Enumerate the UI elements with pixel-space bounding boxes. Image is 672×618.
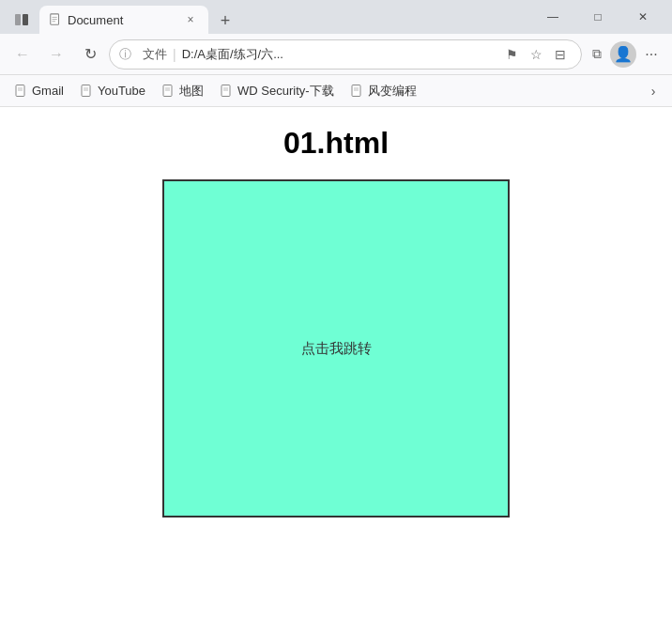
svg-rect-15 [221, 85, 230, 96]
star-badge-icon: ⚑ [506, 47, 518, 62]
profile-avatar[interactable]: 👤 [610, 41, 636, 68]
svg-rect-9 [82, 85, 90, 96]
forward-btn[interactable]: → [41, 39, 71, 70]
bookmark-page-icon-wdsecurity [221, 85, 234, 98]
favorites-btn[interactable]: ☆ [525, 43, 547, 66]
new-tab-btn[interactable]: + [212, 8, 238, 34]
bookmark-youtube-label: YouTube [98, 84, 145, 98]
bookmark-fengbian-label: 风变编程 [368, 83, 417, 100]
tab-label: Document [68, 13, 176, 27]
browser-window: Document × + — □ ✕ ← → ↻ ⓘ 文件 | D:/A桌面/练… [0, 0, 672, 618]
bookmark-maps-label: 地图 [179, 83, 204, 100]
bookmark-youtube[interactable]: YouTube [73, 80, 153, 101]
title-bar: Document × + — □ ✕ [0, 0, 672, 34]
back-icon: ← [15, 46, 30, 63]
cyan-link-box[interactable]: 点击我跳转 [162, 179, 510, 518]
favorites-icon: ☆ [530, 47, 542, 62]
sidebar-toggle-btn[interactable] [8, 6, 36, 34]
svg-rect-12 [163, 85, 172, 96]
bookmarks-more-btn[interactable]: › [642, 80, 664, 102]
svg-rect-6 [16, 85, 24, 96]
refresh-icon: ↻ [84, 45, 97, 63]
minimize-btn[interactable]: — [531, 2, 574, 32]
nav-extras: ⧉ 👤 ··· [586, 41, 664, 68]
file-label: 文件 [143, 46, 167, 63]
close-btn[interactable]: ✕ [621, 2, 664, 32]
address-text: D:/A桌面/练习/六... [182, 46, 495, 63]
bookmark-page-icon-maps [162, 85, 176, 98]
collections-btn[interactable]: ⊟ [549, 43, 572, 66]
tab-page-icon [49, 13, 62, 26]
nav-bar: ← → ↻ ⓘ 文件 | D:/A桌面/练习/六... ⚑ ☆ ⊟ [0, 34, 672, 75]
bookmarks-bar: Gmail YouTube 地图 WD Security- [0, 75, 672, 107]
window-controls: — □ ✕ [531, 2, 664, 32]
active-tab[interactable]: Document × [39, 6, 208, 34]
page-content: 01.html 点击我跳转 [0, 107, 672, 618]
split-screen-btn[interactable]: ⧉ [586, 43, 608, 66]
collections-icon: ⊟ [555, 47, 566, 62]
bookmark-wdsecurity-label: WD Security-下载 [237, 83, 334, 100]
address-info-icon: ⓘ [119, 46, 131, 63]
bookmark-gmail[interactable]: Gmail [8, 80, 71, 101]
star-badge-btn[interactable]: ⚑ [500, 43, 523, 66]
avatar-icon: 👤 [614, 45, 633, 63]
back-btn[interactable]: ← [8, 39, 38, 70]
browser-menu-btn[interactable]: ··· [638, 41, 664, 68]
bookmark-page-icon-fengbian [351, 85, 364, 98]
maximize-btn[interactable]: □ [576, 2, 619, 32]
address-pipe: | [173, 47, 176, 62]
address-actions: ⚑ ☆ ⊟ [500, 43, 572, 66]
bookmark-fengbian[interactable]: 风变编程 [344, 79, 424, 103]
forward-icon: → [49, 46, 64, 63]
address-bar[interactable]: ⓘ 文件 | D:/A桌面/练习/六... ⚑ ☆ ⊟ [109, 39, 582, 70]
refresh-btn[interactable]: ↻ [75, 39, 105, 70]
bookmark-maps[interactable]: 地图 [155, 79, 211, 103]
cyan-box-text: 点击我跳转 [301, 340, 372, 358]
bookmark-wdsecurity[interactable]: WD Security-下载 [213, 79, 342, 103]
bookmark-page-icon-youtube [81, 85, 94, 98]
bookmark-gmail-label: Gmail [32, 84, 64, 98]
svg-rect-18 [352, 85, 360, 96]
svg-rect-0 [15, 14, 21, 25]
bookmark-page-icon-gmail [15, 85, 28, 98]
tab-group: Document × + [8, 0, 238, 34]
page-title: 01.html [283, 126, 389, 161]
split-screen-icon: ⧉ [592, 46, 602, 62]
tab-close-btn[interactable]: × [182, 11, 199, 28]
svg-rect-1 [23, 14, 28, 25]
